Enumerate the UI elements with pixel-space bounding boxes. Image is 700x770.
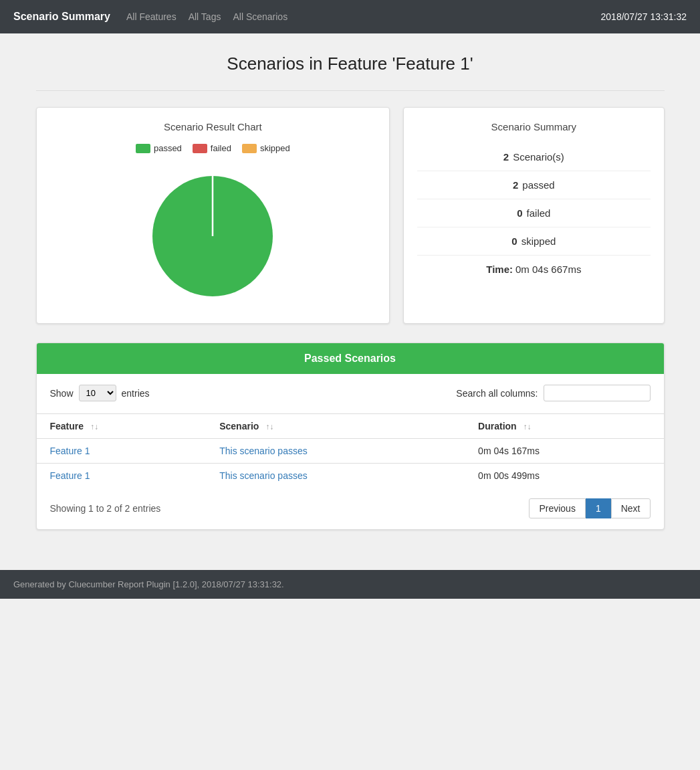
legend-failed: failed <box>193 143 231 153</box>
nav-all-features[interactable]: All Features <box>126 11 177 22</box>
stat-failed-label: failed <box>527 207 551 219</box>
legend-failed-box <box>193 144 207 153</box>
pie-chart <box>146 169 279 303</box>
col-scenario-label: Scenario <box>219 421 259 431</box>
table-body: Feature 1 This scenario passes 0m 04s 16… <box>37 439 664 488</box>
scenario-sort-icon: ↑↓ <box>265 422 273 431</box>
row-feature: Feature 1 <box>37 464 207 488</box>
table-section-header: Passed Scenarios <box>37 343 664 374</box>
legend-passed-label: passed <box>154 143 182 153</box>
next-button[interactable]: Next <box>611 498 651 518</box>
stat-passed-count: 2 <box>513 179 518 191</box>
stat-failed-count: 0 <box>517 207 522 219</box>
stat-passed-label: passed <box>522 179 554 191</box>
entries-select[interactable]: 10 25 50 100 <box>79 385 116 401</box>
pagination-info: Showing 1 to 2 of 2 entries <box>50 503 161 514</box>
stat-scenarios: 2 Scenario(s) <box>417 143 650 171</box>
navbar-links: All Features All Tags All Scenarios <box>126 11 601 22</box>
pie-chart-container <box>50 163 376 310</box>
stat-skipped: 0 skipped <box>417 227 650 256</box>
table-row: Feature 1 This scenario passes 0m 04s 16… <box>37 439 664 464</box>
row-scenario: This scenario passes <box>206 464 465 488</box>
summary-card-title: Scenario Summary <box>417 121 650 132</box>
chart-legend: passed failed skipped <box>50 143 376 153</box>
chart-card: Scenario Result Chart passed failed skip… <box>36 107 390 324</box>
legend-passed-box <box>136 144 150 153</box>
duration-sort-icon: ↑↓ <box>523 422 532 431</box>
page-title: Scenarios in Feature 'Feature 1' <box>36 54 665 74</box>
legend-skipped-box <box>242 144 257 153</box>
footer-text: Generated by Cluecumber Report Plugin [1… <box>13 579 284 589</box>
previous-button[interactable]: Previous <box>529 498 585 518</box>
search-area: Search all columns: <box>456 385 650 401</box>
col-scenario[interactable]: Scenario ↑↓ <box>206 414 465 439</box>
stat-time-label: Time: <box>486 264 513 275</box>
row-duration: 0m 00s 499ms <box>465 464 663 488</box>
nav-all-scenarios[interactable]: All Scenarios <box>233 11 287 22</box>
col-duration-label: Duration <box>478 421 517 431</box>
navbar-brand: Scenario Summary <box>13 11 110 23</box>
row-scenario: This scenario passes <box>206 439 465 464</box>
stat-scenarios-label: Scenario(s) <box>513 151 564 163</box>
row-duration: 0m 04s 167ms <box>465 439 663 464</box>
col-feature-label: Feature <box>50 421 84 431</box>
legend-failed-label: failed <box>211 143 231 153</box>
table-header-row: Feature ↑↓ Scenario ↑↓ Duration ↑↓ <box>37 414 664 439</box>
pagination-buttons: Previous 1 Next <box>529 498 650 518</box>
table-head: Feature ↑↓ Scenario ↑↓ Duration ↑↓ <box>37 414 664 439</box>
table-controls: Show 10 25 50 100 entries Search all col… <box>37 374 664 408</box>
legend-skipped-label: skipped <box>260 143 290 153</box>
stat-scenarios-count: 2 <box>503 151 509 163</box>
show-entries-control: Show 10 25 50 100 entries <box>50 385 150 401</box>
stat-passed: 2 passed <box>417 171 650 199</box>
page-1-button[interactable]: 1 <box>586 498 611 518</box>
stat-skipped-label: skipped <box>521 235 556 247</box>
row-feature: Feature 1 <box>37 439 207 464</box>
scenario-link[interactable]: This scenario passes <box>219 446 308 456</box>
legend-skipped: skipped <box>242 143 290 153</box>
legend-passed: passed <box>136 143 182 153</box>
summary-card: Scenario Summary 2 Scenario(s) 2 passed … <box>403 107 664 324</box>
stat-skipped-count: 0 <box>511 235 517 247</box>
show-label: Show <box>50 388 74 399</box>
chart-card-title: Scenario Result Chart <box>50 121 376 132</box>
pagination-row: Showing 1 to 2 of 2 entries Previous 1 N… <box>37 488 664 529</box>
passed-scenarios-section: Passed Scenarios Show 10 25 50 100 entri… <box>36 343 665 530</box>
col-feature[interactable]: Feature ↑↓ <box>37 414 207 439</box>
scenarios-table: Feature ↑↓ Scenario ↑↓ Duration ↑↓ Featu <box>37 413 664 488</box>
entries-label: entries <box>122 388 150 399</box>
main-content: Scenarios in Feature 'Feature 1' Scenari… <box>23 33 678 570</box>
stat-time: Time: 0m 04s 667ms <box>417 256 650 283</box>
stat-failed: 0 failed <box>417 199 650 227</box>
feature-sort-icon: ↑↓ <box>90 422 98 431</box>
nav-all-tags[interactable]: All Tags <box>189 11 221 22</box>
navbar-timestamp: 2018/07/27 13:31:32 <box>601 11 687 22</box>
table-row: Feature 1 This scenario passes 0m 00s 49… <box>37 464 664 488</box>
cards-row: Scenario Result Chart passed failed skip… <box>36 107 665 324</box>
feature-link[interactable]: Feature 1 <box>50 446 90 456</box>
search-input[interactable] <box>544 385 651 401</box>
search-label: Search all columns: <box>456 388 538 399</box>
title-divider <box>36 90 665 91</box>
feature-link[interactable]: Feature 1 <box>50 470 90 481</box>
scenario-link[interactable]: This scenario passes <box>219 470 308 481</box>
stat-time-value: 0m 04s 667ms <box>515 264 581 275</box>
navbar: Scenario Summary All Features All Tags A… <box>0 0 700 33</box>
footer: Generated by Cluecumber Report Plugin [1… <box>0 570 700 599</box>
col-duration[interactable]: Duration ↑↓ <box>465 414 663 439</box>
